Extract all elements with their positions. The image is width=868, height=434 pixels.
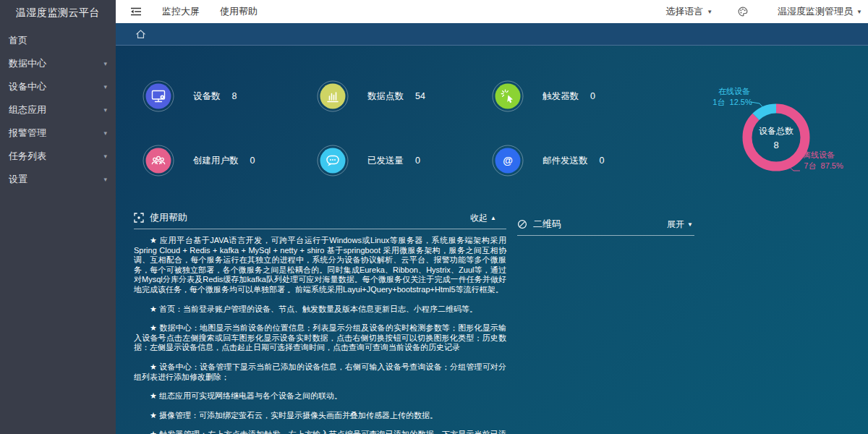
qrcode-panel: 二维码 展开 ▼ [517, 216, 694, 236]
qrcode-icon [517, 219, 527, 229]
help-paragraph: ★ 设备中心：设备管理下显示当前已添加的设备信息，右侧可输入设备号查询设备；分组… [134, 362, 506, 382]
qrcode-panel-title: 二维码 [533, 218, 561, 231]
sidebar-item-scada-app[interactable]: 组态应用 ▾ [0, 98, 116, 122]
panel-divider [517, 235, 694, 236]
stat-device-count: 设备数 8 [142, 80, 237, 112]
sidebar-item-home[interactable]: 首页 [0, 29, 116, 52]
nav-monitor-screen[interactable]: 监控大屏 [162, 5, 200, 18]
stat-user-count: 创建用户数 0 [142, 145, 255, 176]
language-label: 选择语言 [665, 6, 703, 17]
chevron-down-icon: ▾ [103, 75, 107, 98]
topbar: 监控大屏 使用帮助 选择语言 ▼ 温湿度监测管理员 ▼ [116, 0, 868, 23]
stat-value: 0 [415, 156, 420, 166]
sidebar-item-task-list[interactable]: 任务列表 ▾ [0, 145, 116, 168]
stat-label: 已发送量 [367, 155, 404, 167]
stat-value: 0 [600, 156, 605, 166]
stat-value: 8 [232, 91, 237, 101]
stat-label: 创建用户数 [193, 155, 239, 167]
total-devices-value: 8 [773, 140, 778, 150]
qrcode-expand-button[interactable]: 展开 ▼ [667, 218, 693, 231]
language-select[interactable]: 选择语言 [665, 5, 703, 18]
stat-trigger-count: 触发器数 0 [492, 80, 595, 112]
help-paragraph: ★ 首页：当前登录账户管理的设备、节点、触发数量及版本信息更新日志、小程序二维码… [134, 305, 506, 315]
sidebar-item-data-center[interactable]: 数据中心 ▾ [0, 52, 116, 75]
theme-palette-icon[interactable] [737, 6, 749, 17]
sidebar-item-label: 数据中心 [9, 58, 46, 69]
stat-label: 邮件发送数 [542, 155, 588, 167]
sidebar-item-label: 报警管理 [9, 127, 46, 138]
sidebar-item-device-center[interactable]: 设备中心 ▾ [0, 75, 116, 98]
sidebar-item-alarm-management[interactable]: 报警管理 ▾ [0, 122, 116, 145]
sidebar-collapse-icon[interactable] [130, 6, 142, 17]
app-title: 温湿度监测云平台 [0, 0, 116, 25]
stat-mail-count: @ 邮件发送数 0 [492, 145, 604, 176]
chevron-down-icon: ▾ [103, 98, 107, 122]
at-glyph: @ [503, 155, 513, 166]
help-collapse-button[interactable]: 收起 ▲ [470, 212, 496, 224]
stat-label: 数据点数 [367, 90, 404, 103]
sidebar-menu: 首页 数据中心 ▾ 设备中心 ▾ 组态应用 ▾ 报警管理 ▾ 任务列表 ▾ [0, 29, 116, 191]
cursor-click-icon [492, 80, 524, 112]
caret-down-icon: ▼ [687, 221, 693, 228]
help-panel-body: ★ 应用平台基于JAVA语言开发，可跨平台运行于Windows或Linux等服务… [134, 229, 506, 434]
help-panel: 使用帮助 收起 ▲ ★ 应用平台基于JAVA语言开发，可跨平台运行于Window… [134, 210, 506, 434]
chevron-down-icon: ▾ [103, 52, 107, 75]
chevron-down-icon: ▾ [103, 122, 107, 145]
topbar-right: 选择语言 ▼ 温湿度监测管理员 ▼ [665, 5, 868, 18]
offline-devices-value: 7台 87.5% [793, 161, 854, 171]
online-devices-value: 1台 12.5% [702, 97, 763, 108]
help-paragraph: ★ 组态应用可实现网络继电器与各个设备之间的联动。 [134, 391, 506, 401]
qrcode-panel-header: 二维码 展开 ▼ [517, 216, 694, 232]
stat-label: 设备数 [193, 90, 221, 103]
chevron-down-icon: ▾ [103, 168, 107, 191]
caret-down-icon: ▼ [707, 9, 712, 15]
main-content: 设备数 8 数据点数 54 [116, 46, 868, 434]
bar-chart-icon [317, 80, 349, 112]
dashboard-page: 温湿度监测云平台 首页 数据中心 ▾ 设备中心 ▾ 组态应用 ▾ 报警管理 ▾ [0, 0, 868, 434]
caret-up-icon: ▲ [490, 215, 496, 221]
sidebar-item-label: 组态应用 [9, 104, 46, 115]
stat-value: 54 [415, 91, 425, 101]
monitor-gear-icon [142, 80, 174, 112]
help-paragraph: ★ 应用平台基于JAVA语言开发，可跨平台运行于Windows或Linux等服务… [134, 236, 506, 295]
stat-datapoint-count: 数据点数 54 [317, 80, 425, 112]
nav-usage-help[interactable]: 使用帮助 [220, 5, 258, 18]
chevron-down-icon: ▾ [103, 145, 107, 168]
chat-bubble-icon [317, 145, 349, 176]
help-panel-header: 使用帮助 收起 ▲ [134, 210, 506, 226]
total-devices-label: 设备总数 [759, 125, 793, 137]
viewfinder-icon [134, 213, 144, 223]
home-icon[interactable] [135, 28, 147, 41]
topbar-nav: 监控大屏 使用帮助 [142, 5, 258, 18]
stat-value: 0 [590, 91, 595, 101]
help-panel-title: 使用帮助 [150, 211, 187, 224]
stat-sent-count: 已发送量 0 [317, 145, 420, 176]
sidebar: 温湿度监测云平台 首页 数据中心 ▾ 设备中心 ▾ 组态应用 ▾ 报警管理 ▾ [0, 0, 116, 434]
sidebar-item-label: 首页 [9, 35, 27, 46]
stat-label: 触发器数 [542, 90, 579, 103]
offline-devices-label: 离线设备 [793, 150, 845, 161]
at-icon: @ [492, 145, 524, 176]
help-paragraph: ★ 摄像管理：可添加绑定萤石云，实时显示摄像头画面并叠加传感器上传的数据。 [134, 411, 506, 421]
sidebar-item-settings[interactable]: 设置 ▾ [0, 168, 116, 191]
breadcrumb [116, 23, 868, 46]
sidebar-item-label: 任务列表 [9, 150, 46, 161]
online-devices-label: 在线设备 [709, 86, 760, 97]
help-paragraph: ★ 触发器管理：左上方点击添加触发，右上方输入节点编号可查询已添加的数据，下方显… [134, 430, 506, 434]
stat-value: 0 [250, 156, 255, 166]
sidebar-item-label: 设备中心 [9, 81, 46, 92]
user-menu[interactable]: 温湿度监测管理员 ▼ [778, 5, 862, 18]
help-paragraph: ★ 数据中心：地图显示当前设备的位置信息；列表显示分组及设备的实时检测参数等；图… [134, 323, 506, 353]
user-name: 温湿度监测管理员 [778, 5, 853, 18]
sidebar-item-label: 设置 [9, 174, 27, 184]
users-icon [142, 145, 174, 176]
device-status-donut-chart: 设备总数 8 在线设备 1台 12.5% 离线设备 7台 87.5% [687, 75, 868, 205]
caret-down-icon: ▼ [856, 9, 862, 15]
